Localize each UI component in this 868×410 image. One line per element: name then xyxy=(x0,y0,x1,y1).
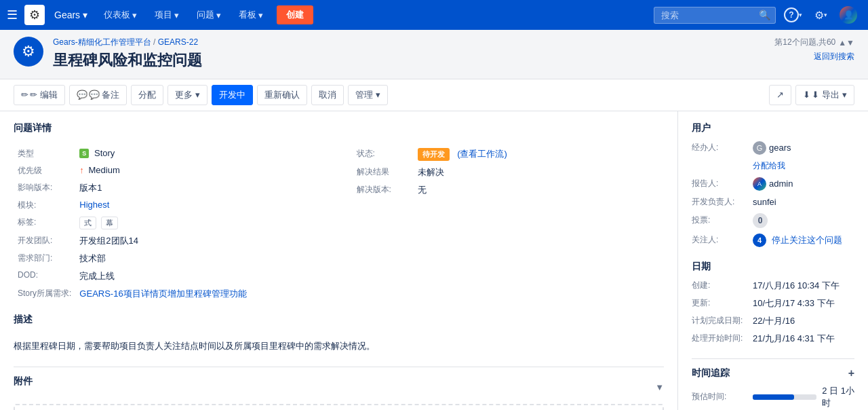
time-tracking-add-button[interactable]: + xyxy=(848,367,854,379)
help-button[interactable]: ? ▾ xyxy=(780,5,806,25)
priority-label: 优先级 xyxy=(14,162,75,179)
brand-arrow: ▾ xyxy=(83,10,87,20)
nav-up-down-arrows[interactable]: ▲▼ xyxy=(838,38,854,48)
start-dev-button[interactable]: 开发中 xyxy=(212,85,253,105)
resolution-row: 解决结果 未解决 xyxy=(353,164,665,181)
search-input[interactable] xyxy=(654,7,776,24)
description-text: 根据里程碑日期，需要帮助项目负责人关注结点时间以及所属项目里程碑中的需求解决情况… xyxy=(14,337,664,356)
planned-row: 计划完成日期: 22/十月/16 xyxy=(692,315,854,327)
reconfirm-button[interactable]: 重新确认 xyxy=(257,85,307,105)
hamburger-menu[interactable]: ☰ xyxy=(7,7,18,22)
type-value: S Story xyxy=(75,145,325,162)
affects-version-row: 影响版本: 版本1 xyxy=(14,179,326,197)
issue-details-table-right: 状态: 待开发 (查看工作流) 解决结果 未解决 解决版本: xyxy=(353,145,665,199)
time-progress-bar xyxy=(753,394,794,400)
projects-arrow: ▾ xyxy=(174,10,179,20)
nav-issues[interactable]: 问题 ▾ xyxy=(190,6,228,24)
breadcrumb: Gears-精细化工作管理平台 / GEARS-22 xyxy=(53,37,761,48)
users-section-title: 用户 xyxy=(692,122,854,134)
tags-label: 标签: xyxy=(14,214,75,232)
type-row: 类型 S Story xyxy=(14,145,326,162)
status-value: 待开发 (查看工作流) xyxy=(414,145,665,164)
attachment-collapse-icon[interactable]: ▼ xyxy=(655,382,664,392)
assignee-label: 经办人: xyxy=(692,142,753,153)
dev-team-value: 开发组2团队14 xyxy=(75,232,325,250)
fix-version-row: 解决版本: 无 xyxy=(353,181,665,199)
tag-1[interactable]: 式 xyxy=(79,217,96,229)
settings-button[interactable]: ⚙ ▾ xyxy=(810,6,831,24)
watchers-label: 关注人: xyxy=(692,234,753,246)
settings-icon: ⚙ xyxy=(814,9,824,22)
updated-value: 10/七月/17 4:33 下午 xyxy=(753,297,835,310)
user-avatar-button[interactable]: 👤 xyxy=(835,3,861,26)
share-icon: ↗ xyxy=(776,90,784,100)
priority-value: ↑ Medium xyxy=(75,162,325,179)
settings-arrow: ▾ xyxy=(824,12,827,18)
cancel-button[interactable]: 取消 xyxy=(311,85,344,105)
module-link[interactable]: Highest xyxy=(79,200,109,210)
assign-me-link[interactable]: 分配给我 xyxy=(753,161,785,170)
story-link[interactable]: GEARS-16项目详情页增加里程碑管理功能 xyxy=(79,288,246,299)
dashboard-arrow: ▾ xyxy=(132,10,137,20)
export-button[interactable]: ⬇ ⬇ 导出 ▾ xyxy=(795,85,854,105)
fix-version-label: 解决版本: xyxy=(353,181,414,199)
share-button[interactable]: ↗ xyxy=(769,85,791,105)
module-value: Highest xyxy=(75,197,325,214)
tags-row: 标签: 式 幕 xyxy=(14,214,326,232)
issue-header-content: Gears-精细化工作管理平台 / GEARS-22 里程碑风险和监控问题 xyxy=(53,37,761,71)
time-tracking-title: 时间追踪 xyxy=(692,367,730,379)
more-arrow-icon: ▾ xyxy=(195,90,200,100)
nav-dashboard[interactable]: 仪表板 ▾ xyxy=(97,6,144,24)
dev-owner-row: 开发负责人: sunfei xyxy=(692,196,854,208)
breadcrumb-project[interactable]: Gears-精细化工作管理平台 xyxy=(53,37,151,47)
breadcrumb-issue[interactable]: GEARS-22 xyxy=(158,37,198,47)
reporter-value: A admin xyxy=(753,177,793,191)
help-icon: ? xyxy=(784,7,799,22)
breadcrumb-sep: / xyxy=(153,37,158,47)
start-label: 处理开始时间: xyxy=(692,333,753,344)
watchers-count-badge: 4 xyxy=(753,234,766,247)
attachment-drop-zone[interactable]: ☁ 将文件拖放到此处以添加附件，或者 浏览 xyxy=(14,404,664,410)
affects-value: 版本1 xyxy=(75,179,325,197)
workflow-link[interactable]: (查看工作流) xyxy=(457,149,507,159)
nav-projects[interactable]: 项目 ▾ xyxy=(148,6,186,24)
dod-row: DOD: 完成上线 xyxy=(14,267,326,285)
issue-nav-text: 第12个问题,共60 xyxy=(774,37,835,48)
start-row: 处理开始时间: 21/九月/16 4:31 下午 xyxy=(692,333,854,345)
status-badge: 待开发 xyxy=(418,148,450,161)
issue-details-title: 问题详情 xyxy=(14,122,664,137)
dev-team-label: 开发团队: xyxy=(14,232,75,250)
more-button[interactable]: 更多 ▾ xyxy=(167,85,208,105)
return-to-search-link[interactable]: 返回到搜索 xyxy=(774,51,854,62)
issue-toolbar: ✏ ✏ 编辑 💬 💬 备注 分配 更多 ▾ 开发中 重新确认 取消 管理 ▾ ↗… xyxy=(0,79,868,111)
manage-arrow-icon: ▾ xyxy=(376,90,380,100)
story-value: GEARS-16项目详情页增加里程碑管理功能 xyxy=(75,285,325,303)
watchers-value: 4 停止关注这个问题 xyxy=(753,234,842,247)
story-row: Story所属需求: GEARS-16项目详情页增加里程碑管理功能 xyxy=(14,285,326,303)
create-button[interactable]: 创建 xyxy=(277,5,313,24)
manage-button[interactable]: 管理 ▾ xyxy=(348,85,388,105)
priority-row: 优先级 ↑ Medium xyxy=(14,162,326,179)
edit-icon: ✏ xyxy=(21,90,28,100)
dod-value: 完成上线 xyxy=(75,267,325,285)
edit-button[interactable]: ✏ ✏ 编辑 xyxy=(14,85,65,105)
assign-button[interactable]: 分配 xyxy=(131,85,163,105)
user-avatar: 👤 xyxy=(840,6,857,24)
left-panel: 问题详情 类型 S Story 优先级 xyxy=(0,111,678,410)
issue-details-table-left: 类型 S Story 优先级 ↑ Medium xyxy=(14,145,326,303)
right-panel: 用户 经办人: G gears 分配给我 报告人: A admin 开发负责人: xyxy=(678,111,868,410)
stop-follow-link[interactable]: 停止关注这个问题 xyxy=(772,234,842,246)
brand-name[interactable]: Gears ▾ xyxy=(49,10,93,20)
status-label: 状态: xyxy=(353,145,414,164)
project-avatar: ⚙ xyxy=(14,37,43,67)
issue-nav-info: 第12个问题,共60 ▲▼ 返回到搜索 xyxy=(774,37,854,62)
time-tracking-section: 时间追踪 + 预估时间: 2 日 1小时 xyxy=(692,358,854,409)
tags-value: 式 幕 xyxy=(75,214,325,232)
created-value: 17/八月/16 10:34 下午 xyxy=(753,280,840,292)
planned-label: 计划完成日期: xyxy=(692,315,753,327)
nav-kanban[interactable]: 看板 ▾ xyxy=(232,6,270,24)
comment-button[interactable]: 💬 💬 备注 xyxy=(69,85,127,105)
tag-2[interactable]: 幕 xyxy=(101,217,118,229)
story-label: Story所属需求: xyxy=(14,285,75,303)
assignee-value: G gears xyxy=(753,141,791,155)
